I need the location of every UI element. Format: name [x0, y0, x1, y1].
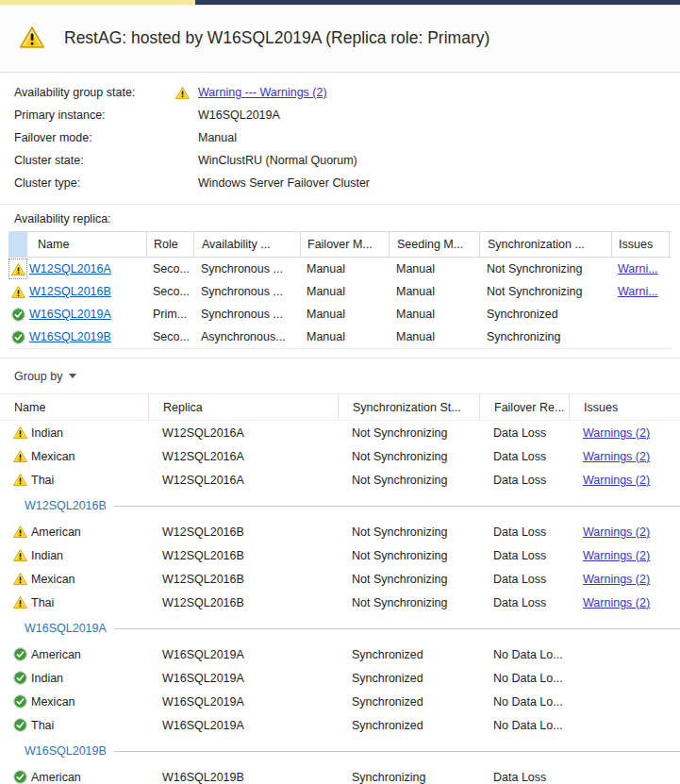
group-header-label: W16SQL2019A — [25, 622, 107, 635]
group-header-rule — [114, 628, 680, 629]
column-header-synchronization-state[interactable]: Synchronization ... — [479, 232, 611, 257]
column-header-issues[interactable]: Issues — [569, 394, 680, 420]
column-header-name[interactable]: Name — [27, 232, 146, 257]
database-row[interactable]: MexicanW12SQL2016ANot SynchronizingData … — [0, 444, 680, 468]
database-failover-readiness-cell: Data Loss — [479, 549, 569, 562]
summary-value: Manual — [198, 131, 237, 144]
replica-section-title: Availability replica: — [14, 212, 680, 225]
replica-seeding-cell: Manual — [389, 330, 479, 343]
replica-name-link[interactable]: W16SQL2019A — [29, 308, 111, 321]
issues-link[interactable]: Warni... — [618, 262, 658, 275]
database-sync-cell: Not Synchronizing — [338, 596, 479, 609]
database-table-header: NameReplicaSynchronization St...Failover… — [0, 394, 680, 421]
replica-table-row[interactable]: W16SQL2019APrim...Synchronous ...ManualM… — [8, 303, 672, 325]
database-table: NameReplicaSynchronization St...Failover… — [0, 394, 680, 784]
summary-label: Failover mode: — [14, 131, 175, 144]
replica-table-row[interactable]: W12SQL2016BSeco...Synchronous ...ManualM… — [8, 280, 672, 303]
ag-state-link[interactable]: Warning --- Warnings (2) — [198, 86, 327, 99]
warning-icon — [13, 525, 27, 538]
issues-link[interactable]: Warnings (2) — [583, 474, 650, 487]
database-name-cell: American — [0, 770, 148, 784]
database-row[interactable]: MexicanW12SQL2016BNot SynchronizingData … — [0, 567, 680, 591]
summary-value: W16SQL2019A — [198, 108, 280, 122]
issues-link[interactable]: Warnings (2) — [583, 525, 650, 539]
database-sync-cell: Not Synchronizing — [338, 450, 479, 463]
replica-sync-cell: Synchronized — [479, 308, 611, 321]
column-header-synchronization-state[interactable]: Synchronization St... — [338, 394, 479, 420]
database-row[interactable]: AmericanW12SQL2016BNot SynchronizingData… — [0, 520, 680, 543]
replica-name-link[interactable]: W12SQL2016B — [29, 285, 111, 298]
database-sync-cell: Not Synchronizing — [338, 573, 479, 586]
database-row[interactable]: ThaiW16SQL2019ASynchronizedNo Data Lo... — [0, 713, 680, 737]
database-row[interactable]: IndianW12SQL2016ANot SynchronizingData L… — [0, 421, 680, 444]
column-header-issues[interactable]: Issues — [611, 232, 670, 257]
database-replica-cell: W12SQL2016B — [148, 525, 338, 539]
database-sync-cell: Synchronized — [338, 672, 479, 685]
ag-summary: Availability group state:Warning --- War… — [0, 73, 680, 194]
issues-link[interactable]: Warni... — [618, 285, 658, 298]
replica-sync-cell: Not Synchronizing — [479, 285, 611, 298]
database-row[interactable]: IndianW12SQL2016BNot SynchronizingData L… — [0, 543, 680, 567]
ok-icon — [13, 718, 27, 732]
database-row[interactable]: IndianW16SQL2019ASynchronizedNo Data Lo.… — [0, 666, 680, 690]
row-selector[interactable] — [8, 326, 27, 347]
replica-failover-cell: Manual — [300, 308, 389, 321]
group-by-bar: Group by — [0, 358, 680, 394]
issues-link[interactable]: Warnings (2) — [583, 573, 650, 586]
column-header-replica[interactable]: Replica — [148, 394, 338, 420]
row-selector[interactable] — [8, 281, 27, 302]
group-by-button[interactable]: Group by — [14, 370, 76, 383]
database-row[interactable]: AmericanW16SQL2019ASynchronizedNo Data L… — [0, 642, 680, 666]
database-name: Mexican — [31, 695, 75, 709]
section-divider — [0, 194, 680, 205]
summary-value: WinClustRU (Normal Quorum) — [198, 154, 357, 167]
issues-link[interactable]: Warnings (2) — [583, 426, 650, 440]
database-sync-cell: Synchronizing — [338, 771, 479, 784]
issues-link[interactable]: Warnings (2) — [583, 596, 650, 609]
database-failover-readiness-cell: Data Loss — [479, 573, 569, 586]
ok-icon — [11, 308, 25, 322]
database-issues-cell: Warnings (2) — [569, 549, 680, 562]
warning-icon — [13, 573, 27, 585]
database-name: American — [31, 771, 81, 784]
database-name: Thai — [31, 719, 54, 732]
column-header-role[interactable]: Role — [146, 232, 193, 257]
issues-link[interactable]: Warnings (2) — [583, 450, 650, 463]
replica-name-link[interactable]: W12SQL2016A — [29, 262, 111, 275]
column-header-availability-mode[interactable]: Availability ... — [193, 232, 300, 257]
database-sync-cell: Not Synchronizing — [338, 549, 479, 562]
column-header-failover-readiness[interactable]: Failover Re... — [479, 394, 569, 420]
database-name-cell: Mexican — [0, 694, 148, 709]
accent-strip-navy — [195, 0, 680, 5]
summary-row: Cluster state:WinClustRU (Normal Quorum) — [14, 149, 680, 172]
dashboard-header: RestAG: hosted by W16SQL2019A (Replica r… — [0, 5, 680, 73]
database-sync-cell: Not Synchronizing — [338, 474, 479, 487]
database-row[interactable]: ThaiW12SQL2016ANot SynchronizingData Los… — [0, 468, 680, 492]
ok-icon — [13, 770, 27, 784]
database-row[interactable]: MexicanW16SQL2019ASynchronizedNo Data Lo… — [0, 690, 680, 713]
row-selector[interactable] — [8, 304, 27, 325]
replica-table-row[interactable]: W12SQL2016ASeco...Synchronous ...ManualM… — [8, 258, 672, 280]
column-header-name[interactable]: Name — [0, 394, 148, 420]
column-header-seeding-mode[interactable]: Seeding M... — [389, 232, 479, 257]
replica-availability-cell: Synchronous ... — [193, 262, 300, 275]
database-failover-readiness-cell: Data Loss — [479, 474, 569, 487]
column-header-failover-mode[interactable]: Failover M... — [300, 232, 389, 257]
issues-link[interactable]: Warnings (2) — [583, 549, 650, 562]
replica-role-cell: Seco... — [146, 285, 193, 298]
database-row[interactable]: AmericanW16SQL2019BSynchronizingData Los… — [0, 765, 680, 784]
replica-availability-cell: Synchronous ... — [193, 285, 300, 298]
warning-icon — [20, 26, 44, 48]
warning-icon — [175, 87, 190, 99]
replica-role-cell: Seco... — [146, 262, 193, 275]
row-header-column[interactable] — [8, 232, 27, 257]
replica-role-cell: Prim... — [146, 308, 193, 321]
replica-table-row[interactable]: W16SQL2019BSeco...Asynchronous...ManualM… — [8, 325, 672, 348]
row-selector[interactable] — [8, 259, 27, 279]
database-row[interactable]: ThaiW12SQL2016BNot SynchronizingData Los… — [0, 591, 680, 614]
database-name: Indian — [31, 426, 63, 440]
database-failover-readiness-cell: No Data Lo... — [479, 719, 569, 732]
database-name: Indian — [31, 672, 63, 685]
replica-name-link[interactable]: W16SQL2019B — [29, 330, 111, 343]
replica-sync-cell: Synchronizing — [479, 330, 611, 343]
